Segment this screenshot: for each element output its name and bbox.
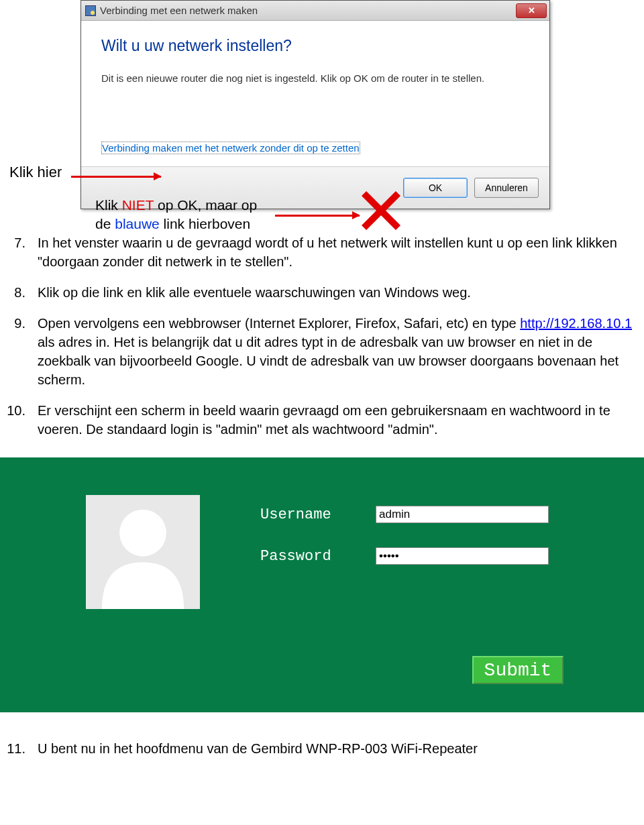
submit-button[interactable]: Submit (472, 656, 564, 684)
step-number: 10. (7, 401, 38, 439)
network-dialog: Verbinding met een netwerk maken ✕ Wilt … (80, 0, 550, 209)
password-input[interactable] (376, 547, 549, 565)
dialog-heading: Wilt u uw netwerk instellen? (101, 37, 529, 55)
username-label: Username (260, 506, 376, 523)
step-7-text: In het venster waarin u de gevraagd word… (38, 233, 637, 271)
callout-niet: NIET (122, 197, 154, 213)
cancel-button[interactable]: Annuleren (474, 178, 539, 198)
callout-text: de (95, 216, 115, 231)
password-label: Password (260, 548, 376, 565)
ok-button[interactable]: OK (403, 178, 468, 198)
login-panel: Username Password Submit (0, 457, 644, 712)
dialog-title: Verbinding met een netwerk maken (100, 5, 516, 16)
person-icon (93, 502, 193, 609)
step-11-text: U bent nu in het hoofdmenu van de Gembir… (38, 739, 637, 758)
username-input[interactable] (376, 506, 549, 523)
network-icon (85, 5, 96, 16)
dialog-body-text: Dit is een nieuwe router die nog niet is… (101, 71, 529, 85)
step-9-text: Open vervolgens een webbrowser (Internet… (38, 314, 637, 389)
step-number: 11. (7, 739, 38, 758)
step-10-text: Er verschijnt een scherm in beeld waarin… (38, 401, 637, 439)
annotation-klik-hier: Klik hier (9, 164, 62, 181)
callout-text: op OK, maar op (154, 197, 257, 213)
callout-blauwe: blauwe (115, 216, 160, 231)
svg-point-0 (119, 510, 166, 557)
router-address-link[interactable]: http://192.168.10.1 (520, 316, 632, 331)
arrow-to-link (71, 176, 161, 178)
dialog-titlebar: Verbinding met een netwerk maken ✕ (81, 1, 549, 21)
user-avatar-placeholder (86, 495, 200, 609)
connect-without-setup-link[interactable]: Verbinding maken met het netwerk zonder … (101, 142, 360, 154)
annotation-callout: Klik NIET op OK, maar op de blauwe link … (95, 196, 257, 234)
arrow-to-ok (275, 215, 360, 217)
step-number: 8. (7, 283, 38, 302)
close-button[interactable]: ✕ (516, 3, 547, 18)
step-number: 7. (7, 233, 38, 271)
step-8-text: Klik op die link en klik alle eventuele … (38, 283, 637, 302)
step-number: 9. (7, 314, 38, 389)
callout-text: link hierboven (160, 216, 250, 231)
callout-text: Klik (95, 197, 122, 213)
